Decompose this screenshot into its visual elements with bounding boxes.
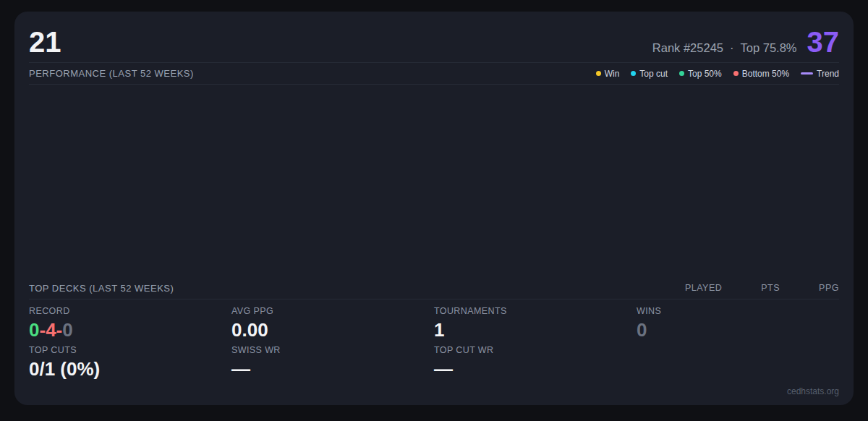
bottom-50-dot-icon [733,71,739,76]
legend-item-top-50: Top 50% [679,69,722,79]
record-losses: 4 [46,319,56,341]
performance-title: PERFORMANCE (LAST 52 WEEKS) [29,68,194,79]
stat-column-tournaments: TOURNAMENTS 1 TOP CUT WR — [434,306,637,385]
column-header-ppg: PPG [819,283,839,293]
stats-grid: RECORD 0-4-0 TOP CUTS 0/1 (0%) AVG PPG 0… [29,306,839,385]
top-decks-title: TOP DECKS (LAST 52 WEEKS) [29,283,174,294]
legend-item-bottom-50: Bottom 50% [733,69,789,79]
performance-chart [29,85,839,278]
top-cut-dot-icon [631,71,636,76]
legend-label: Top cut [639,69,668,79]
top-cut-wr-value: — [434,359,637,380]
tournaments-label: TOURNAMENTS [434,306,637,316]
stat-column-record: RECORD 0-4-0 TOP CUTS 0/1 (0%) [29,306,231,385]
trend-line-icon [801,72,813,75]
record-separator: - [39,319,46,341]
tournaments-value: 1 [434,320,637,341]
avg-ppg-label: AVG PPG [231,306,434,316]
top-percent-label: Top 75.8% [741,41,797,55]
legend-item-win: Win [596,69,620,79]
legend-label: Trend [817,69,839,79]
wins-label: WINS [637,306,839,316]
column-header-pts: PTS [761,283,780,293]
top-cuts-label: TOP CUTS [29,345,231,355]
legend-label: Win [605,69,620,79]
swiss-wr-label: SWISS WR [231,345,434,355]
top-decks-column-headers: PLAYED PTS PPG [685,283,839,293]
points-value: 21 [29,27,61,56]
chart-legend: Win Top cut Top 50% Bottom 50% Trend [596,69,839,79]
card-header: 21 Rank #25245 · Top 75.8% 37 [29,27,839,63]
wins-value: 0 [637,320,839,341]
legend-label: Bottom 50% [742,69,789,79]
score-value: 37 [807,27,840,56]
rank-summary: Rank #25245 · Top 75.8% 37 [652,27,839,56]
column-header-played: PLAYED [685,283,722,293]
site-watermark: cedhstats.org [29,386,839,396]
legend-item-top-cut: Top cut [631,69,668,79]
top-cut-wr-label: TOP CUT WR [434,345,637,355]
top-cuts-value: 0/1 (0%) [29,359,231,380]
avg-ppg-value: 0.00 [231,320,434,341]
stat-column-ppg: AVG PPG 0.00 SWISS WR — [231,306,434,385]
legend-label: Top 50% [688,69,722,79]
stat-column-wins: WINS 0 [637,306,839,385]
swiss-wr-value: — [231,359,434,380]
top-50-dot-icon [679,71,684,76]
legend-item-trend: Trend [801,69,839,79]
record-value: 0-4-0 [29,320,231,341]
top-decks-section-header: TOP DECKS (LAST 52 WEEKS) PLAYED PTS PPG [29,278,839,299]
rank-label: Rank #25245 [652,41,723,55]
rank-separator: · [730,41,734,55]
record-label: RECORD [29,306,231,316]
record-separator: - [56,319,63,341]
record-draws: 0 [62,319,72,341]
performance-section-header: PERFORMANCE (LAST 52 WEEKS) Win Top cut … [29,63,839,85]
win-dot-icon [596,71,601,76]
record-wins: 0 [29,319,39,341]
player-stats-card: 21 Rank #25245 · Top 75.8% 37 PERFORMANC… [14,12,854,405]
